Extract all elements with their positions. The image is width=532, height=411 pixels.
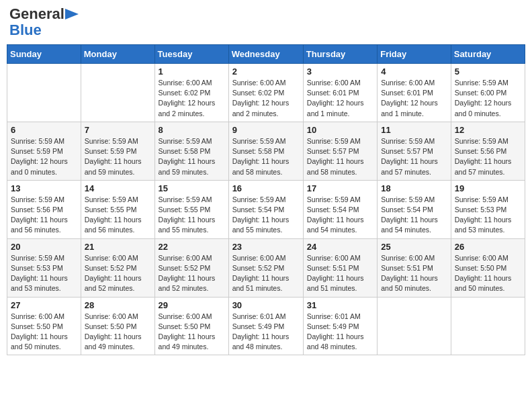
- day-info: Sunrise: 5:59 AM Sunset: 6:00 PM Dayligh…: [455, 78, 521, 119]
- day-number: 4: [381, 66, 447, 77]
- day-number: 29: [159, 300, 225, 310]
- day-info: Sunrise: 5:59 AM Sunset: 5:58 PM Dayligh…: [232, 136, 300, 177]
- day-number: 3: [307, 66, 373, 77]
- calendar-week-3: 13Sunrise: 5:59 AM Sunset: 5:56 PM Dayli…: [7, 180, 525, 238]
- calendar-cell: 8Sunrise: 5:59 AM Sunset: 5:58 PM Daylig…: [154, 122, 228, 180]
- day-info: Sunrise: 6:00 AM Sunset: 5:52 PM Dayligh…: [85, 253, 151, 294]
- day-info: Sunrise: 5:59 AM Sunset: 5:59 PM Dayligh…: [85, 136, 151, 177]
- day-info: Sunrise: 5:59 AM Sunset: 5:53 PM Dayligh…: [11, 253, 77, 294]
- weekday-header-monday: Monday: [81, 45, 154, 64]
- day-info: Sunrise: 6:00 AM Sunset: 6:02 PM Dayligh…: [232, 78, 300, 119]
- day-info: Sunrise: 6:00 AM Sunset: 5:50 PM Dayligh…: [159, 312, 225, 353]
- logo-blue: Blue: [9, 21, 42, 39]
- day-number: 26: [455, 242, 521, 252]
- weekday-header-wednesday: Wednesday: [228, 45, 303, 64]
- day-number: 7: [85, 125, 151, 135]
- day-number: 21: [85, 242, 151, 252]
- day-info: Sunrise: 5:59 AM Sunset: 5:55 PM Dayligh…: [159, 195, 225, 236]
- weekday-header-row: SundayMondayTuesdayWednesdayThursdayFrid…: [7, 45, 525, 64]
- day-info: Sunrise: 6:00 AM Sunset: 5:52 PM Dayligh…: [159, 253, 225, 294]
- calendar-cell: 22Sunrise: 6:00 AM Sunset: 5:52 PM Dayli…: [154, 238, 228, 297]
- day-number: 5: [455, 66, 521, 77]
- calendar-week-2: 6Sunrise: 5:59 AM Sunset: 5:59 PM Daylig…: [7, 122, 525, 180]
- calendar-cell: 11Sunrise: 5:59 AM Sunset: 5:57 PM Dayli…: [378, 122, 451, 180]
- weekday-header-thursday: Thursday: [303, 45, 377, 64]
- calendar-table: SundayMondayTuesdayWednesdayThursdayFrid…: [7, 44, 525, 355]
- calendar-cell: 14Sunrise: 5:59 AM Sunset: 5:55 PM Dayli…: [81, 180, 154, 238]
- calendar-cell: 29Sunrise: 6:00 AM Sunset: 5:50 PM Dayli…: [154, 297, 228, 355]
- weekday-header-tuesday: Tuesday: [154, 45, 228, 64]
- day-info: Sunrise: 6:01 AM Sunset: 5:49 PM Dayligh…: [232, 312, 300, 353]
- logo: General Blue: [9, 7, 80, 39]
- calendar-cell: 15Sunrise: 5:59 AM Sunset: 5:55 PM Dayli…: [154, 180, 228, 238]
- calendar-cell: 30Sunrise: 6:01 AM Sunset: 5:49 PM Dayli…: [228, 297, 303, 355]
- calendar-cell: 25Sunrise: 6:00 AM Sunset: 5:51 PM Dayli…: [378, 238, 451, 297]
- svg-marker-0: [65, 9, 79, 19]
- day-info: Sunrise: 5:59 AM Sunset: 5:57 PM Dayligh…: [307, 136, 373, 177]
- calendar-cell: [7, 64, 81, 122]
- logo-general: General: [9, 7, 64, 21]
- day-info: Sunrise: 5:59 AM Sunset: 5:58 PM Dayligh…: [159, 136, 225, 177]
- day-number: 17: [307, 183, 373, 193]
- calendar-cell: 31Sunrise: 6:01 AM Sunset: 5:49 PM Dayli…: [303, 297, 377, 355]
- day-number: 23: [232, 242, 300, 252]
- calendar-cell: 24Sunrise: 6:00 AM Sunset: 5:51 PM Dayli…: [303, 238, 377, 297]
- day-number: 30: [232, 300, 300, 310]
- day-number: 19: [455, 183, 521, 193]
- day-info: Sunrise: 5:59 AM Sunset: 5:57 PM Dayligh…: [381, 136, 447, 177]
- day-number: 20: [11, 242, 77, 252]
- day-number: 2: [232, 66, 300, 77]
- day-info: Sunrise: 6:00 AM Sunset: 5:51 PM Dayligh…: [307, 253, 373, 294]
- day-number: 24: [307, 242, 373, 252]
- calendar-cell: 10Sunrise: 5:59 AM Sunset: 5:57 PM Dayli…: [303, 122, 377, 180]
- day-info: Sunrise: 5:59 AM Sunset: 5:55 PM Dayligh…: [85, 195, 151, 236]
- day-number: 15: [159, 183, 225, 193]
- calendar-cell: 9Sunrise: 5:59 AM Sunset: 5:58 PM Daylig…: [228, 122, 303, 180]
- calendar-cell: 21Sunrise: 6:00 AM Sunset: 5:52 PM Dayli…: [81, 238, 154, 297]
- day-info: Sunrise: 6:00 AM Sunset: 5:50 PM Dayligh…: [11, 312, 77, 353]
- calendar-cell: 7Sunrise: 5:59 AM Sunset: 5:59 PM Daylig…: [81, 122, 154, 180]
- day-number: 11: [381, 125, 447, 135]
- day-number: 6: [11, 125, 77, 135]
- day-number: 27: [11, 300, 77, 310]
- calendar-cell: 18Sunrise: 5:59 AM Sunset: 5:54 PM Dayli…: [378, 180, 451, 238]
- day-info: Sunrise: 6:00 AM Sunset: 6:01 PM Dayligh…: [381, 78, 447, 119]
- calendar-cell: 6Sunrise: 5:59 AM Sunset: 5:59 PM Daylig…: [7, 122, 81, 180]
- calendar-cell: 3Sunrise: 6:00 AM Sunset: 6:01 PM Daylig…: [303, 64, 377, 122]
- calendar-cell: [378, 297, 451, 355]
- day-info: Sunrise: 5:59 AM Sunset: 5:59 PM Dayligh…: [11, 136, 77, 177]
- day-number: 14: [85, 183, 151, 193]
- day-number: 18: [381, 183, 447, 193]
- calendar-cell: 26Sunrise: 6:00 AM Sunset: 5:50 PM Dayli…: [451, 238, 525, 297]
- calendar-cell: 16Sunrise: 5:59 AM Sunset: 5:54 PM Dayli…: [228, 180, 303, 238]
- calendar-cell: 2Sunrise: 6:00 AM Sunset: 6:02 PM Daylig…: [228, 64, 303, 122]
- calendar-week-5: 27Sunrise: 6:00 AM Sunset: 5:50 PM Dayli…: [7, 297, 525, 355]
- calendar-cell: 1Sunrise: 6:00 AM Sunset: 6:02 PM Daylig…: [154, 64, 228, 122]
- day-number: 28: [85, 300, 151, 310]
- day-number: 25: [381, 242, 447, 252]
- day-info: Sunrise: 5:59 AM Sunset: 5:53 PM Dayligh…: [455, 195, 521, 236]
- weekday-header-sunday: Sunday: [7, 45, 81, 64]
- calendar-cell: 13Sunrise: 5:59 AM Sunset: 5:56 PM Dayli…: [7, 180, 81, 238]
- day-number: 31: [307, 300, 373, 310]
- calendar-cell: 28Sunrise: 6:00 AM Sunset: 5:50 PM Dayli…: [81, 297, 154, 355]
- day-info: Sunrise: 6:00 AM Sunset: 6:02 PM Dayligh…: [159, 78, 225, 119]
- day-info: Sunrise: 6:00 AM Sunset: 5:52 PM Dayligh…: [232, 253, 300, 294]
- calendar-week-4: 20Sunrise: 5:59 AM Sunset: 5:53 PM Dayli…: [7, 238, 525, 297]
- calendar-cell: 5Sunrise: 5:59 AM Sunset: 6:00 PM Daylig…: [451, 64, 525, 122]
- day-number: 13: [11, 183, 77, 193]
- day-number: 22: [159, 242, 225, 252]
- calendar-cell: [451, 297, 525, 355]
- calendar-cell: 19Sunrise: 5:59 AM Sunset: 5:53 PM Dayli…: [451, 180, 525, 238]
- day-info: Sunrise: 6:00 AM Sunset: 5:50 PM Dayligh…: [85, 312, 151, 353]
- day-info: Sunrise: 6:00 AM Sunset: 6:01 PM Dayligh…: [307, 78, 373, 119]
- calendar-cell: 23Sunrise: 6:00 AM Sunset: 5:52 PM Dayli…: [228, 238, 303, 297]
- calendar-cell: [81, 64, 154, 122]
- day-info: Sunrise: 5:59 AM Sunset: 5:54 PM Dayligh…: [232, 195, 300, 236]
- day-number: 1: [159, 66, 225, 77]
- day-info: Sunrise: 6:00 AM Sunset: 5:51 PM Dayligh…: [381, 253, 447, 294]
- page-header: General Blue: [7, 7, 525, 39]
- day-info: Sunrise: 5:59 AM Sunset: 5:56 PM Dayligh…: [11, 195, 77, 236]
- calendar-cell: 17Sunrise: 5:59 AM Sunset: 5:54 PM Dayli…: [303, 180, 377, 238]
- calendar-cell: 4Sunrise: 6:00 AM Sunset: 6:01 PM Daylig…: [378, 64, 451, 122]
